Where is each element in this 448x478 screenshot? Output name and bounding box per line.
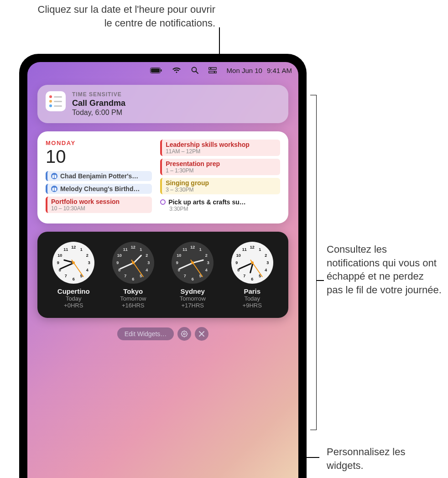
menubar-date: Mon Jun 10 — [227, 67, 262, 74]
reminders-app-icon — [46, 91, 66, 111]
device-frame: Mon Jun 10 9:41 AM TIME SENSITIVE Call G… — [19, 54, 307, 478]
clock-face: 121234567891011 — [112, 242, 154, 284]
calendar-event: Chad Benjamin Potter's… — [46, 171, 152, 181]
battery-icon[interactable] — [150, 68, 162, 73]
clock-day: Today — [52, 295, 94, 302]
clock-day: Tomorrow — [112, 295, 154, 302]
clock-face: 121234567891011 — [172, 242, 214, 284]
event-title: Presentation prep — [166, 160, 276, 167]
close-icon — [198, 331, 205, 337]
svg-line-24 — [186, 336, 187, 336]
notification-text: TIME SENSITIVE Call Grandma Today, 6:00 … — [72, 91, 125, 117]
svg-line-25 — [182, 336, 182, 336]
callout-bottom: Personnalisez les widgets. — [327, 445, 432, 472]
event-title: Chad Benjamin Potter's… — [60, 172, 138, 180]
screen: Mon Jun 10 9:41 AM TIME SENSITIVE Call G… — [27, 62, 298, 478]
event-time: 11AM – 12PM — [166, 148, 276, 155]
reminder-circle-icon — [160, 199, 166, 205]
spotlight-icon[interactable] — [191, 67, 198, 74]
reminder-notification[interactable]: TIME SENSITIVE Call Grandma Today, 6:00 … — [37, 85, 288, 123]
svg-rect-2 — [161, 69, 161, 72]
calendar-event: Pick up arts & crafts su… 3:30PM — [160, 197, 280, 213]
notification-label: TIME SENSITIVE — [72, 91, 125, 98]
svg-rect-12 — [54, 175, 54, 178]
calendar-day-number: 10 — [46, 147, 152, 166]
svg-rect-1 — [151, 68, 160, 73]
edit-widgets-row: Edit Widgets… — [37, 327, 288, 341]
calendar-event: Melody Cheung's Birthd… — [46, 184, 152, 194]
svg-line-23 — [182, 332, 182, 332]
clock-day: Today — [231, 295, 273, 302]
clock-column: 121234567891011TokyoTomorrow+16HRS — [112, 242, 154, 309]
calendar-left-column: MONDAY 10 Chad Benjamin Potter's… Melody… — [46, 140, 152, 216]
event-time: 3 – 3:30PM — [166, 187, 276, 193]
clock-column: 121234567891011CupertinoToday+0HRS — [52, 242, 94, 309]
calendar-event: Portfolio work session 10 – 10:30AM — [46, 197, 152, 213]
svg-line-4 — [196, 72, 198, 74]
clock-day: Tomorrow — [172, 295, 214, 302]
callout-top: Cliquez sur la date et l'heure pour ouvr… — [28, 3, 215, 30]
svg-point-8 — [214, 72, 215, 73]
clock-offset: +16HRS — [112, 302, 154, 309]
clock-face: 121234567891011 — [231, 242, 273, 284]
wifi-icon[interactable] — [172, 67, 181, 73]
svg-point-6 — [210, 68, 211, 69]
edit-widgets-button[interactable]: Edit Widgets… — [117, 327, 174, 340]
event-title: Melody Cheung's Birthd… — [60, 185, 140, 192]
clock-face: 121234567891011 — [52, 242, 94, 284]
notification-center: TIME SENSITIVE Call Grandma Today, 6:00 … — [37, 85, 288, 341]
calendar-event: Singing group 3 – 3:30PM — [160, 178, 280, 194]
callout-bracket-right — [310, 95, 317, 430]
svg-line-26 — [186, 332, 187, 332]
clock-offset: +0HRS — [52, 302, 94, 309]
menu-bar: Mon Jun 10 9:41 AM — [27, 62, 298, 78]
birthday-icon — [51, 173, 57, 179]
control-center-icon[interactable] — [208, 67, 217, 73]
svg-point-18 — [183, 333, 185, 335]
menubar-datetime[interactable]: Mon Jun 10 9:41 AM — [227, 67, 292, 74]
svg-rect-5 — [208, 68, 217, 69]
callout-line-right — [317, 280, 324, 281]
menubar-time: 9:41 AM — [267, 67, 292, 74]
event-title: Leadership skills workshop — [166, 141, 276, 148]
close-widgets-button[interactable] — [195, 327, 208, 341]
calendar-widget[interactable]: MONDAY 10 Chad Benjamin Potter's… Melody… — [37, 131, 288, 223]
calendar-day-label: MONDAY — [46, 140, 152, 146]
calendar-event: Presentation prep 1 – 1:30PM — [160, 159, 280, 175]
notification-subtitle: Today, 6:00 PM — [72, 109, 125, 117]
clock-column: 121234567891011ParisToday+9HRS — [231, 242, 273, 309]
clock-city: Cupertino — [52, 287, 94, 295]
gear-icon — [181, 330, 188, 338]
notification-title: Call Grandma — [72, 99, 125, 108]
svg-rect-7 — [208, 71, 217, 73]
clock-city: Sydney — [172, 287, 214, 295]
event-time: 10 – 10:30AM — [51, 205, 148, 212]
calendar-right-column: Leadership skills workshop 11AM – 12PM P… — [160, 140, 280, 216]
world-clock-widget[interactable]: 121234567891011CupertinoToday+0HRS121234… — [37, 232, 288, 318]
widget-settings-button[interactable] — [177, 327, 191, 341]
clock-offset: +9HRS — [231, 302, 273, 309]
event-time: 1 – 1:30PM — [166, 167, 276, 174]
clock-city: Paris — [231, 287, 273, 295]
birthday-icon — [51, 186, 57, 192]
event-title: Pick up arts & crafts su… — [168, 198, 246, 206]
clock-column: 121234567891011SydneyTomorrow+17HRS — [172, 242, 214, 309]
calendar-event: Leadership skills workshop 11AM – 12PM — [160, 140, 280, 156]
svg-rect-16 — [54, 188, 54, 191]
clock-offset: +17HRS — [172, 302, 214, 309]
event-title: Portfolio work session — [51, 198, 148, 205]
event-time: 3:30PM — [160, 206, 276, 212]
clock-city: Tokyo — [112, 287, 154, 295]
callout-right: Consultez les notifications qui vous ont… — [327, 243, 443, 297]
event-title: Singing group — [166, 179, 276, 187]
